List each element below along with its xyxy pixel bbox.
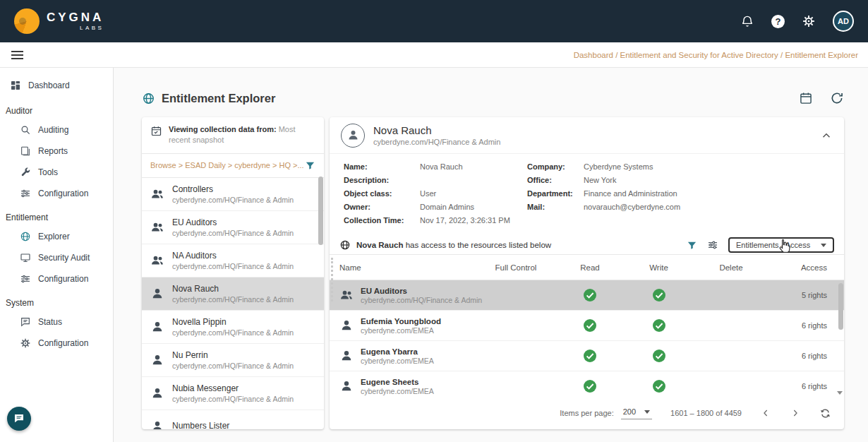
resource-path: cyberdyne.com/EMEA — [361, 357, 434, 365]
paginator: Items per page: 200 1601 – 1800 of 4459 — [330, 397, 844, 429]
person-icon — [339, 318, 354, 333]
property-label: Name: — [344, 162, 420, 171]
sidebar-item-system-configuration[interactable]: Configuration — [0, 333, 113, 354]
browse-breadcrumb[interactable]: Browse > ESAD Daily > cyberdyne > HQ >..… — [150, 161, 304, 169]
resource-path: cyberdyne.com/EMEA — [361, 326, 441, 335]
table-row[interactable]: EU Auditors cyberdyne.com/HQ/Finance & A… — [330, 280, 844, 311]
list-item[interactable]: Numbers Lister — [142, 410, 324, 429]
resource-name: Eugene Sheets — [361, 378, 434, 386]
funnel-filter-icon[interactable] — [305, 160, 315, 171]
list-item[interactable]: NA Auditors cyberdyne.com/HQ/Finance & A… — [142, 244, 324, 277]
list-scrollbar[interactable] — [318, 177, 323, 245]
selected-object-name: Nova Rauch — [373, 124, 500, 136]
items-per-page-select[interactable]: 200 — [621, 407, 652, 419]
sidebar-item-reports[interactable]: Reports — [0, 141, 113, 162]
view-mode-dropdown[interactable]: Entitlements - Access — [728, 237, 834, 253]
group-icon — [150, 253, 164, 268]
person-icon — [339, 349, 354, 363]
sidebar-item-auditing[interactable]: Auditing — [0, 119, 113, 141]
sidebar-item-entitlement-configuration[interactable]: Configuration — [0, 268, 113, 289]
property-row: Company: Cyberdyne Systems — [527, 162, 830, 171]
gear-icon[interactable] — [802, 14, 816, 28]
sidebar-item-auditor-configuration[interactable]: Configuration — [0, 183, 113, 204]
column-header-delete[interactable]: Delete — [719, 263, 742, 272]
list-item[interactable]: Novella Pippin cyberdyne.com/HQ/Finance … — [142, 311, 324, 344]
caret-down-icon — [821, 244, 826, 247]
column-header-access[interactable]: Access — [801, 263, 827, 272]
access-globe-icon — [339, 239, 351, 251]
sidebar-item-tools[interactable]: Tools — [0, 162, 113, 183]
chat-icon — [20, 316, 31, 328]
search-icon — [20, 124, 31, 136]
table-row[interactable]: Eufemia Youngblood cyberdyne.com/EMEA 6 … — [330, 311, 844, 341]
object-path: cyberdyne.com/HQ/Finance & Admin — [172, 328, 294, 337]
table-scrollbar[interactable] — [838, 283, 843, 330]
list-item[interactable]: Nova Rauch cyberdyne.com/HQ/Finance & Ad… — [142, 277, 324, 311]
check-circle-icon — [652, 288, 666, 302]
feedback-chat-button[interactable] — [7, 407, 31, 431]
snapshot-selector[interactable]: Viewing collection data from: Most recen… — [142, 117, 324, 154]
resource-name: Eufemia Youngblood — [361, 317, 441, 325]
check-circle-icon — [583, 318, 597, 333]
sliders-icon — [20, 188, 31, 199]
column-header-write[interactable]: Write — [649, 263, 668, 272]
rights-count: 6 rights — [802, 382, 827, 390]
property-label: Owner: — [344, 203, 420, 211]
table-body: EU Auditors cyberdyne.com/HQ/Finance & A… — [330, 280, 844, 397]
sync-refresh-icon[interactable] — [819, 407, 831, 419]
sidebar-section-system: System — [0, 289, 113, 311]
column-header-full-control[interactable]: Full Control — [495, 263, 537, 272]
reports-icon — [20, 145, 31, 157]
check-circle-icon — [652, 318, 666, 333]
property-label: Collection Time: — [344, 216, 420, 225]
property-row: Collection Time: Nov 17, 2022, 3:26:31 P… — [344, 216, 527, 225]
notifications-bell-icon[interactable] — [740, 14, 754, 28]
person-icon — [150, 419, 164, 429]
collapse-details-button[interactable] — [820, 129, 833, 142]
sidebar-item-dashboard[interactable]: Dashboard — [0, 73, 113, 97]
main-content: Entitlement Explorer Viewing collection … — [114, 68, 868, 442]
funnel-filter-icon[interactable] — [687, 240, 697, 251]
group-icon — [150, 187, 164, 201]
check-circle-icon — [583, 288, 597, 302]
logo-text-labs: LABS — [47, 25, 104, 31]
tune-columns-icon[interactable] — [707, 239, 718, 251]
list-item[interactable]: Controllers cyberdyne.com/HQ/Finance & A… — [142, 178, 324, 211]
user-avatar[interactable]: AD — [833, 11, 854, 32]
property-row: Name: Nova Rauch — [344, 162, 527, 171]
property-value: Nov 17, 2022, 3:26:31 PM — [420, 216, 510, 225]
breadcrumb[interactable]: Dashboard / Entitlement and Security for… — [574, 51, 858, 59]
list-item[interactable]: Nu Perrin cyberdyne.com/HQ/Finance & Adm… — [142, 344, 324, 377]
column-header-read[interactable]: Read — [580, 263, 600, 272]
previous-page-button[interactable] — [760, 407, 771, 419]
calendar-icon[interactable] — [799, 91, 813, 105]
sidebar-item-explorer[interactable]: Explorer — [0, 226, 113, 247]
person-icon — [339, 379, 354, 393]
sidebar-section-auditor: Auditor — [0, 97, 113, 119]
caret-down-icon — [644, 410, 650, 414]
column-drag-handle[interactable] — [331, 258, 333, 301]
resource-name: EU Auditors — [361, 287, 482, 295]
page-range-label: 1601 – 1800 of 4459 — [670, 409, 742, 417]
sidebar-item-security-audit[interactable]: Security Audit — [0, 247, 113, 268]
resource-path: cyberdyne.com/EMEA — [361, 387, 434, 395]
next-page-button[interactable] — [790, 407, 801, 419]
object-name: Nubia Messenger — [172, 383, 294, 393]
object-path: cyberdyne.com/HQ/Finance & Admin — [172, 395, 294, 403]
object-path: cyberdyne.com/HQ/Finance & Admin — [172, 362, 294, 370]
table-row[interactable]: Eugene Sheets cyberdyne.com/EMEA 6 right… — [330, 371, 844, 397]
sidebar-item-status[interactable]: Status — [0, 311, 113, 333]
scrollbar-down-arrow[interactable] — [837, 391, 843, 395]
chat-bubble-icon — [13, 412, 25, 425]
hamburger-menu-icon[interactable] — [10, 48, 25, 62]
cygna-logo-icon — [14, 8, 40, 34]
table-row[interactable]: Eugena Ybarra cyberdyne.com/EMEA 6 right… — [330, 341, 844, 371]
column-header-name[interactable]: Name — [339, 263, 477, 272]
object-name: Novella Pippin — [172, 317, 294, 327]
object-name: Controllers — [172, 184, 294, 194]
help-icon[interactable] — [771, 15, 785, 28]
list-item[interactable]: Nubia Messenger cyberdyne.com/HQ/Finance… — [142, 377, 324, 410]
refresh-icon[interactable] — [830, 91, 844, 105]
person-icon — [150, 287, 164, 301]
list-item[interactable]: EU Auditors cyberdyne.com/HQ/Finance & A… — [142, 211, 324, 244]
